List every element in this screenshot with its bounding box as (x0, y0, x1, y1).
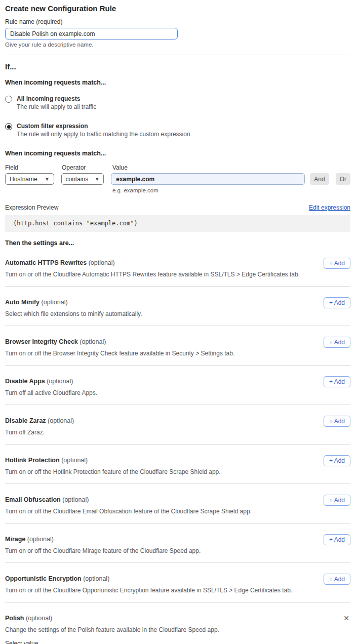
page-title: Create new Configuration Rule (5, 4, 350, 13)
radio-label: Custom filter expression (17, 123, 190, 130)
setting-mirage: Mirage (optional) Turn on or off the Clo… (5, 524, 350, 563)
add-button[interactable]: + Add (324, 297, 350, 308)
setting-description: Turn off all active Cloudflare Apps. (5, 389, 97, 397)
if-heading: If... (5, 62, 350, 71)
field-select[interactable]: Hostname ▼ (5, 173, 54, 185)
add-button[interactable]: + Add (324, 534, 350, 545)
radio-option-all-incoming-requests[interactable]: All incoming requests The rule will appl… (5, 95, 350, 111)
expression-preview-header: Expression Preview Edit expression (5, 204, 350, 211)
setting-polish: Polish (optional) ✕ Change the settings … (5, 602, 350, 644)
radio-description: The rule will only apply to traffic matc… (17, 131, 190, 138)
expression-builder-labels: Field Operator Value (5, 164, 350, 171)
optional-tag: (optional) (42, 299, 68, 306)
create-configuration-rule-page: Create new Configuration Rule Rule name … (0, 0, 357, 644)
setting-name: Automatic HTTPS Rewrites (5, 259, 87, 266)
chevron-down-icon: ▼ (95, 177, 99, 182)
add-button[interactable]: + Add (324, 495, 350, 506)
operator-select[interactable]: contains ▼ (61, 173, 104, 185)
setting-description: Turn on or off the Cloudflare Opportunis… (5, 587, 292, 594)
radio-description: The rule will apply to all traffic (17, 103, 96, 111)
radio-label: All incoming requests (17, 95, 96, 103)
expression-preview-label: Expression Preview (5, 204, 58, 211)
setting-description: Turn off Zaraz. (5, 429, 74, 436)
setting-name: Auto Minify (5, 299, 39, 306)
close-icon[interactable]: ✕ (342, 614, 350, 622)
radio-unselected-icon[interactable] (5, 96, 12, 103)
match-heading: When incoming requests match... (5, 79, 350, 87)
setting-description: Turn on or off the Browser Integrity Che… (5, 350, 234, 357)
setting-opportunistic-encryption: Opportunistic Encryption (optional) Turn… (5, 563, 350, 602)
optional-tag: (optional) (47, 378, 73, 385)
setting-disable-apps: Disable Apps (optional) Turn off all act… (5, 366, 350, 405)
add-button[interactable]: + Add (324, 455, 350, 466)
setting-name: Polish (5, 615, 24, 622)
operator-select-value: contains (66, 176, 89, 183)
add-button[interactable]: + Add (324, 416, 350, 427)
setting-description: Turn on or off the Cloudflare Automatic … (5, 271, 300, 278)
edit-expression-link[interactable]: Edit expression (309, 204, 350, 211)
then-settings-heading: Then the settings are... (5, 239, 350, 247)
chevron-down-icon: ▼ (45, 177, 50, 182)
setting-name: Browser Integrity Check (5, 338, 78, 345)
add-button[interactable]: + Add (324, 337, 350, 348)
divider (5, 55, 350, 55)
select-value-label: Select value (5, 640, 350, 644)
value-label: Value (112, 164, 128, 171)
optional-tag: (optional) (27, 536, 54, 543)
value-helper: e.g. example.com (112, 187, 350, 194)
optional-tag: (optional) (89, 259, 115, 266)
add-button[interactable]: + Add (324, 258, 350, 269)
setting-email-obfuscation: Email Obfuscation (optional) Turn on or … (5, 484, 350, 524)
add-button[interactable]: + Add (324, 574, 350, 585)
optional-tag: (optional) (26, 615, 52, 622)
setting-browser-integrity-check: Browser Integrity Check (optional) Turn … (5, 326, 350, 366)
rule-name-label: Rule name (required) (5, 18, 350, 25)
setting-description: Select which file extensions to minify a… (5, 310, 142, 318)
expression-builder-heading: When incoming requests match... (5, 150, 350, 157)
setting-auto-minify: Auto Minify (optional) Select which file… (5, 287, 350, 326)
and-button[interactable]: And (310, 173, 329, 185)
radio-selected-icon[interactable] (5, 123, 12, 130)
setting-name: Mirage (5, 536, 25, 543)
value-input[interactable] (111, 173, 305, 185)
optional-tag: (optional) (80, 338, 106, 345)
setting-hotlink-protection: Hotlink Protection (optional) Turn on or… (5, 445, 350, 484)
setting-name: Disable Zaraz (5, 417, 46, 424)
setting-description: Turn on or off the Cloudflare Mirage fea… (5, 547, 201, 555)
setting-description: Change the settings of the Polish featur… (5, 626, 350, 634)
optional-tag: (optional) (83, 575, 109, 582)
setting-name: Hotlink Protection (5, 457, 60, 464)
expression-builder-row: Hostname ▼ contains ▼ And Or (5, 173, 350, 185)
add-button[interactable]: + Add (324, 376, 350, 387)
setting-disable-zaraz: Disable Zaraz (optional) Turn off Zaraz.… (5, 405, 350, 445)
setting-name: Email Obfuscation (5, 496, 61, 503)
expression-preview-code: (http.host contains "example.com") (5, 215, 350, 232)
optional-tag: (optional) (48, 417, 74, 424)
request-match-radio-group: All incoming requests The rule will appl… (5, 95, 350, 138)
setting-description: Turn on or off the Hotlink Protection fe… (5, 468, 221, 476)
field-select-value: Hostname (10, 176, 37, 183)
setting-automatic-https-rewrites: Automatic HTTPS Rewrites (optional) Turn… (5, 247, 350, 287)
or-button[interactable]: Or (336, 173, 350, 185)
radio-option-custom-filter-expression[interactable]: Custom filter expression The rule will o… (5, 123, 350, 138)
setting-description: Turn on or off the Cloudflare Email Obfu… (5, 508, 252, 515)
setting-name: Opportunistic Encryption (5, 575, 82, 582)
field-label: Field (5, 164, 62, 171)
rule-name-input[interactable] (5, 28, 178, 39)
setting-name: Disable Apps (5, 378, 45, 385)
optional-tag: (optional) (62, 496, 89, 503)
optional-tag: (optional) (61, 457, 88, 464)
rule-name-helper: Give your rule a descriptive name. (5, 42, 350, 48)
operator-label: Operator (62, 164, 112, 171)
